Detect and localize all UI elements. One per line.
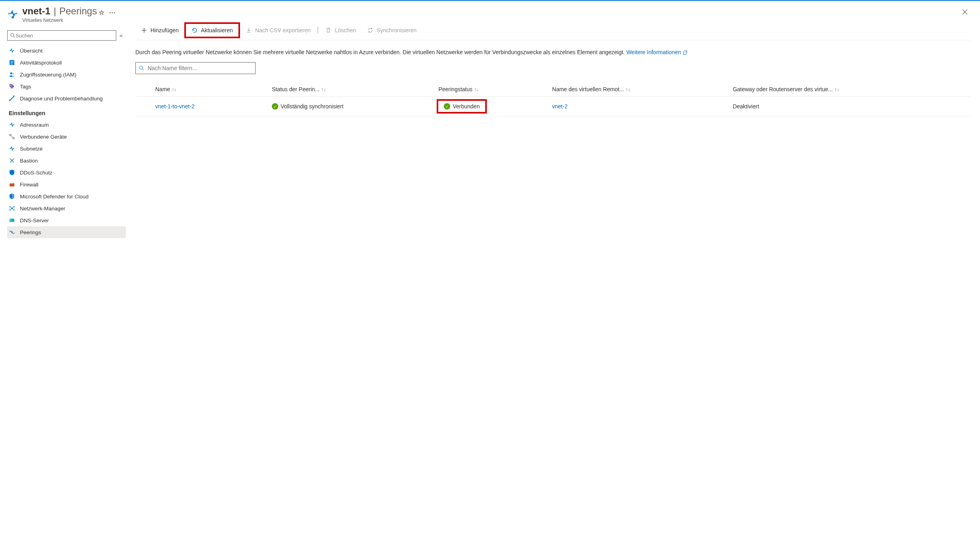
section-settings: Einstellungen [7,104,126,119]
tag-icon [9,83,15,90]
refresh-button[interactable]: Aktualisieren [184,22,240,38]
sync-icon [367,27,373,33]
svg-rect-29 [10,220,11,221]
nav-subnets[interactable]: Subnetze [7,143,126,155]
iam-icon [9,71,15,78]
col-gateway[interactable]: Gateway oder Routenserver des virtue...↑… [730,82,970,97]
collapse-sidebar-icon[interactable]: « [119,32,123,39]
col-peering-status[interactable]: Peeringstatus↑↓ [435,82,549,97]
nav-label: Diagnose und Problembehandlung [20,96,103,102]
nav-label: Adressraum [20,122,49,128]
nav-network-manager[interactable]: Netzwerk-Manager [7,202,126,214]
info-paragraph: Durch das Peering virtueller Netzwerke k… [135,48,970,57]
svg-point-13 [13,137,14,139]
defender-icon [9,193,15,200]
external-link-icon [683,50,687,55]
remote-vnet-link[interactable]: vnet-2 [552,103,568,110]
nav-list: Übersicht Aktivitätsprotokoll Zugriffsst… [7,45,126,238]
nav-label: Firewall [20,182,39,188]
svg-rect-27 [10,219,14,222]
svg-rect-6 [10,61,14,62]
sort-icon: ↑↓ [626,87,631,92]
nav-bastion[interactable]: Bastion [7,155,126,167]
overview-icon [9,47,15,54]
nav-label: Netzwerk-Manager [20,206,65,212]
table-row[interactable]: vnet-1-to-vnet-2 ✓ Vollständig synchroni… [135,97,970,116]
favorite-icon[interactable]: ☆ [99,9,104,16]
col-name[interactable]: Name↑↓ [135,82,269,97]
add-button[interactable]: Hinzufügen [135,25,184,35]
nav-ddos[interactable]: DDoS-Schutz [7,167,126,178]
export-label: Nach CSV exportieren [255,27,310,33]
svg-line-14 [11,136,13,137]
page-title: vnet-1 | Peerings ☆ ⋯ [22,6,126,17]
add-label: Hinzufügen [150,27,179,33]
svg-point-9 [10,73,12,74]
svg-point-3 [11,33,14,37]
devices-icon [9,133,15,140]
nav-connected-devices[interactable]: Verbundene Geräte [7,131,126,143]
nav-peerings[interactable]: Peerings [7,226,126,238]
toolbar-separator [318,27,318,34]
nav-address-space[interactable]: Adressraum [7,119,126,131]
delete-button[interactable]: Löschen [320,25,361,35]
nav-diagnose[interactable]: Diagnose und Problembehandlung [7,92,126,104]
nav-label: DDoS-Schutz [20,170,53,176]
sidebar-search[interactable] [7,30,116,41]
resource-name: vnet-1 [22,6,51,17]
nav-label: Aktivitätsprotokoll [20,60,62,66]
filter-input[interactable] [148,65,252,71]
sort-icon: ↑↓ [474,87,479,92]
more-icon[interactable]: ⋯ [109,9,115,16]
svg-rect-7 [10,63,14,63]
svg-line-4 [14,36,15,38]
nav-activity-log[interactable]: Aktivitätsprotokoll [7,57,126,69]
nav-overview[interactable]: Übersicht [7,45,126,57]
nav-dns[interactable]: DNS-Server [7,214,126,226]
sync-status-text: Vollständig synchronisiert [281,103,344,110]
svg-point-0 [8,13,10,15]
firewall-icon [9,181,15,188]
svg-rect-28 [10,219,11,220]
diagnose-icon [9,95,15,102]
download-icon [246,27,252,33]
dns-icon [9,217,15,223]
learn-more-link[interactable]: Weitere Informationen [626,49,687,55]
refresh-label: Aktualisieren [201,27,233,33]
peering-name-link[interactable]: vnet-1-to-vnet-2 [155,103,195,110]
nav-iam[interactable]: Zugriffssteuerung (IAM) [7,69,126,80]
export-csv-button[interactable]: Nach CSV exportieren [240,25,316,35]
svg-rect-16 [10,183,11,184]
col-remote-vnet[interactable]: Name des virtuellen Remot...↑↓ [549,82,730,97]
col-sync-status[interactable]: Status der Peerin...↑↓ [269,82,435,97]
nav-tags[interactable]: Tags [7,80,126,92]
nav-defender[interactable]: Microsoft Defender for Cloud [7,190,126,202]
sort-icon: ↑↓ [321,87,326,92]
svg-line-25 [10,208,12,210]
nav-label: Verbundene Geräte [20,134,67,140]
sort-icon: ↑↓ [172,87,176,92]
nav-label: DNS-Server [20,218,49,223]
sync-label: Synchronisieren [377,27,416,33]
sync-status-cell: ✓ Vollständig synchronisiert [272,103,432,110]
nav-label: Peerings [20,229,41,235]
svg-line-23 [10,207,12,208]
vnet-icon [7,8,18,19]
resource-type: Virtuelles Netzwerk [22,18,126,23]
sync-button[interactable]: Synchronisieren [361,25,422,35]
svg-point-10 [12,73,14,74]
nav-label: Tags [20,84,31,90]
filter-box[interactable] [135,62,256,74]
trash-icon [325,27,332,33]
nav-label: Microsoft Defender for Cloud [20,194,89,200]
nav-firewall[interactable]: Firewall [7,178,126,190]
svg-point-2 [12,16,14,18]
toolbar: Hinzufügen Aktualisieren Nach CSV export… [135,22,970,40]
page-name: Peerings [59,6,97,17]
svg-line-35 [143,69,144,71]
sidebar-search-input[interactable] [16,33,113,39]
success-icon: ✓ [444,103,450,110]
network-manager-icon [9,205,15,212]
sort-icon: ↑↓ [834,87,839,92]
close-blade-button[interactable] [962,9,968,16]
